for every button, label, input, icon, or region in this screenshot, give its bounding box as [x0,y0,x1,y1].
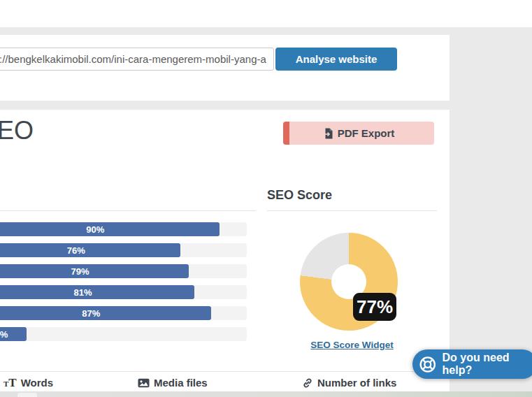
url-input[interactable] [0,48,274,71]
bar-fill: 90% [0,222,220,236]
stat-words-label: Words [21,377,53,389]
stat-words: TT Words [3,377,53,389]
bar-track: 79% [0,264,247,278]
help-button-label: Do you need help? [443,352,532,377]
pdf-button-accent-stripe [283,122,289,145]
bar-value-label: 87% [82,308,100,319]
words-text-icon: TT [3,377,17,389]
seo-subscores-bar-chart: 90%76%79%81%87%20% [0,222,247,348]
bar-track: 81% [0,285,247,299]
bar-fill: 79% [0,264,189,278]
seo-score-heading: SEO Score [267,188,332,203]
seo-score-divider [267,210,437,211]
seo-score-widget-link[interactable]: SEO Score Widget [267,340,437,350]
bottom-cutoff-bar [0,391,532,397]
bar-fill: 20% [0,327,27,341]
analyse-website-button[interactable]: Analyse website [275,48,397,71]
pdf-export-label: PDF Export [338,127,395,139]
bar-track: 20% [0,327,247,341]
bar-value-label: 90% [86,224,104,235]
bar-value-label: 81% [74,287,92,298]
bar-value-label: 20% [0,329,8,340]
media-files-icon [138,378,150,388]
stat-number-of-links: Number of links [302,377,396,389]
seo-checker-page: Analyse website EO PDF Export SEO Score … [0,0,532,397]
stats-row-divider [0,371,450,372]
left-section-divider [0,210,256,211]
help-button[interactable]: Do you need help? [412,349,532,379]
bar-track: 87% [0,306,247,320]
pdf-export-button[interactable]: PDF Export [283,122,434,145]
stat-number-of-links-label: Number of links [317,377,396,389]
bar-value-label: 79% [71,266,89,277]
seo-score-badge: 77% [353,293,396,321]
bar-track: 76% [0,243,247,257]
bar-value-label: 76% [67,245,85,256]
bar-fill: 81% [0,285,194,299]
stat-media-files-label: Media files [154,377,208,389]
pdf-export-icon [323,128,333,139]
links-icon [302,377,313,389]
bar-fill: 87% [0,306,211,320]
bar-track: 90% [0,222,247,236]
bar-fill: 76% [0,243,180,257]
stat-media-files: Media files [138,377,208,389]
life-ring-icon [419,355,437,374]
page-title-clipped: EO [0,116,34,145]
bottom-cutoff-chip [17,393,37,397]
